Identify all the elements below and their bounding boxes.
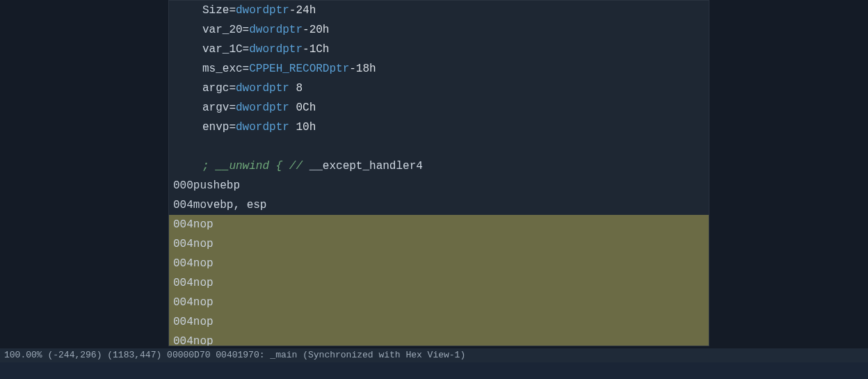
asm-line[interactable]: 004 mov ebp, esp — [169, 195, 709, 215]
asm-line[interactable]: 004 nop — [169, 312, 709, 332]
zoom-level: 100.00% — [4, 350, 42, 360]
asm-line[interactable]: 004 nop — [169, 293, 709, 312]
coord-a: (-244,296) — [47, 350, 102, 360]
file-offset: 00000D70 — [167, 350, 210, 360]
status-bar: 100.00% (-244,296) (1183,447) 00000D70 0… — [0, 348, 868, 362]
ida-viewport: Size= dword ptr -24h var_20= dword ptr -… — [0, 0, 868, 379]
left-gutter — [0, 0, 168, 346]
symbol-name: _main — [270, 350, 297, 360]
bottom-strip — [0, 362, 868, 379]
var-decl[interactable]: argc= dword ptr 8 — [169, 79, 709, 98]
var-decl[interactable]: ms_exc= CPPEH_RECORD ptr -18h — [169, 59, 709, 79]
asm-line[interactable]: 004 nop — [169, 234, 709, 254]
asm-line[interactable]: 004 nop — [169, 332, 709, 346]
var-decl[interactable]: envp= dword ptr 10h — [169, 118, 709, 137]
sync-status: (Synchronized with Hex View-1) — [303, 350, 465, 360]
var-decl[interactable]: var_1C= dword ptr -1Ch — [169, 40, 709, 59]
right-gutter — [709, 0, 868, 346]
disassembly-panel[interactable]: Size= dword ptr -24h var_20= dword ptr -… — [168, 0, 709, 346]
var-decl[interactable]: var_20= dword ptr -20h — [169, 20, 709, 40]
address: 00401970: — [216, 350, 264, 360]
unwind-comment[interactable]: ; __unwind { // __except_handler4 — [169, 156, 709, 176]
blank-line — [169, 137, 709, 156]
asm-line[interactable]: 004 nop — [169, 254, 709, 273]
asm-line[interactable]: 004 nop — [169, 215, 709, 234]
asm-line[interactable]: 000 push ebp — [169, 176, 709, 195]
coord-b: (1183,447) — [107, 350, 161, 360]
var-decl[interactable]: Size= dword ptr -24h — [169, 1, 709, 20]
asm-line[interactable]: 004 nop — [169, 273, 709, 293]
var-decl[interactable]: argv= dword ptr 0Ch — [169, 98, 709, 118]
